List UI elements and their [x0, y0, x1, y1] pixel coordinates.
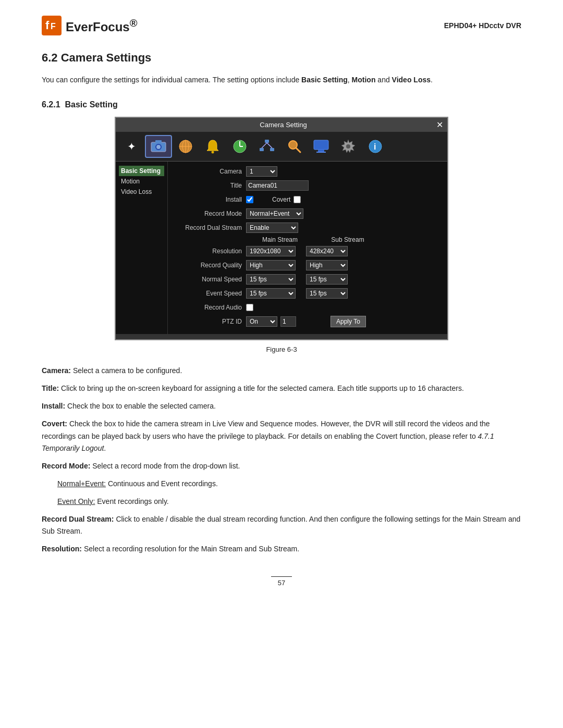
quality-sub-select[interactable]: High: [306, 260, 348, 270]
gear-icon[interactable]: [335, 135, 362, 158]
quality-value: High High: [246, 260, 348, 270]
record-mode-label: Record Mode: [174, 210, 242, 217]
section-number: 6.2: [42, 51, 58, 64]
clock-icon[interactable]: [226, 135, 253, 158]
network-icon[interactable]: [253, 135, 280, 158]
title-value: [246, 180, 309, 191]
magic-wand-icon[interactable]: ✦: [118, 135, 145, 158]
title-row: Title: [174, 180, 441, 191]
event-speed-value: 15 fps 15 fps: [246, 288, 348, 299]
desc-dual-stream-bold: Record Dual Stream:: [42, 515, 114, 523]
desc-covert-end: .: [104, 444, 106, 452]
resolution-row: Resolution 1920x1080 428x240: [174, 245, 441, 257]
ptz-on-select[interactable]: On: [246, 316, 277, 327]
camera-label: Camera: [174, 168, 242, 175]
record-audio-row: Record Audio: [174, 302, 441, 313]
desc-resolution-text: Select a recording resolution for the Ma…: [84, 545, 299, 553]
event-speed-sub-select[interactable]: 15 fps: [306, 288, 348, 299]
desc-install-bold: Install:: [42, 402, 65, 410]
resolution-main-select[interactable]: 1920x1080: [246, 246, 296, 256]
desc-covert: Covert: Check the box to hide the camera…: [42, 418, 521, 455]
record-dual-select[interactable]: Enable: [246, 223, 298, 233]
dialog-sidebar: Basic Setting Motion Video Loss: [116, 162, 168, 334]
record-mode-select[interactable]: Normal+Event: [246, 208, 303, 219]
resolution-value: 1920x1080 428x240: [246, 246, 348, 256]
ptz-row: PTZ ID On Apply To: [174, 316, 441, 327]
desc-title-text: Click to bring up the on-screen keyboard…: [61, 384, 464, 392]
dialog-title-text: Camera Setting: [130, 121, 436, 129]
svg-line-21: [296, 148, 300, 152]
logo-text: EverFocus®: [66, 17, 137, 34]
desc-record-mode: Record Mode: Select a record mode from t…: [42, 460, 521, 473]
intro-paragraph: You can configure the settings for indiv…: [42, 74, 521, 85]
resolution-sub-select[interactable]: 428x240: [306, 246, 348, 256]
apply-to-button[interactable]: Apply To: [331, 316, 366, 327]
event-speed-main-select[interactable]: 15 fps: [246, 288, 296, 299]
record-dual-value: Enable: [246, 223, 298, 233]
section-heading: Camera Settings: [61, 51, 152, 64]
search-icon[interactable]: [280, 135, 308, 158]
ptz-id-label: PTZ ID: [174, 318, 242, 325]
info-icon[interactable]: i: [362, 135, 389, 158]
dialog-toolbar: ✦: [116, 132, 447, 162]
sidebar-item-motion[interactable]: Motion: [119, 176, 164, 187]
desc-event-only-text: Event recordings only.: [97, 497, 168, 505]
normal-speed-value: 15 fps 15 fps: [246, 274, 348, 285]
svg-rect-22: [314, 140, 328, 150]
covert-label: Covert: [272, 196, 290, 203]
sub-stream-label: Sub Stream: [314, 236, 382, 243]
record-dual-label: Record Dual Stream: [174, 224, 242, 231]
dialog-close-button[interactable]: ✕: [436, 120, 443, 130]
camera-icon[interactable]: [145, 135, 172, 158]
svg-text:i: i: [374, 142, 376, 151]
covert-checkbox[interactable]: [293, 196, 301, 203]
desc-resolution: Resolution: Select a recording resolutio…: [42, 543, 521, 556]
desc-resolution-bold: Resolution:: [42, 545, 82, 553]
normal-speed-label: Normal Speed: [174, 276, 242, 283]
camera-select[interactable]: 1: [246, 166, 277, 177]
display-icon[interactable]: [308, 135, 335, 158]
dialog-titlebar: Camera Setting ✕: [116, 118, 447, 132]
dialog-form: Camera 1 Title Install: [168, 162, 447, 334]
main-stream-label: Main Stream: [246, 236, 314, 243]
svg-rect-24: [316, 152, 326, 153]
sidebar-item-basic-setting[interactable]: Basic Setting: [119, 166, 164, 176]
figure-caption: Figure 6-3: [42, 346, 521, 353]
title-label: Title: [174, 182, 242, 189]
install-checkbox[interactable]: [246, 196, 253, 203]
desc-event-only: Event Only: Event recordings only.: [57, 496, 521, 508]
desc-record-mode-text: Select a record mode from the drop-down …: [92, 462, 240, 470]
desc-normal-event-label: Normal+Event:: [57, 479, 106, 488]
page-number: 57: [278, 579, 285, 587]
svg-rect-17: [270, 148, 274, 151]
install-value: Covert: [246, 196, 301, 203]
svg-point-26: [346, 144, 350, 149]
ptz-value: On Apply To: [246, 316, 366, 327]
ptz-num-input[interactable]: [280, 316, 296, 327]
subsection-title: 6.2.1 Basic Setting: [42, 100, 521, 109]
title-input[interactable]: [246, 180, 309, 191]
camera-row: Camera 1: [174, 166, 441, 177]
quality-main-select[interactable]: High: [246, 260, 296, 270]
everfocus-logo-icon: f F: [42, 16, 62, 35]
svg-rect-15: [265, 140, 269, 143]
logo: f F EverFocus®: [42, 16, 137, 35]
record-mode-value: Normal+Event: [246, 208, 303, 219]
desc-event-only-label: Event Only:: [57, 497, 95, 505]
svg-point-11: [212, 151, 214, 154]
bell-icon[interactable]: [199, 135, 226, 158]
desc-covert-text: Check the box to hide the camera stream …: [42, 419, 490, 440]
normal-speed-sub-select[interactable]: 15 fps: [306, 274, 348, 285]
sidebar-item-video-loss[interactable]: Video Loss: [119, 187, 164, 197]
record-dual-row: Record Dual Stream Enable: [174, 222, 441, 233]
desc-covert-bold: Covert:: [42, 419, 67, 428]
globe-icon[interactable]: [172, 135, 199, 158]
desc-dual-stream: Record Dual Stream: Click to enable / di…: [42, 513, 521, 538]
resolution-label: Resolution: [174, 248, 242, 255]
record-audio-checkbox[interactable]: [246, 304, 253, 311]
normal-speed-main-select[interactable]: 15 fps: [246, 274, 296, 285]
desc-record-mode-bold: Record Mode:: [42, 462, 90, 470]
dialog-wrapper: Camera Setting ✕ ✦: [42, 117, 521, 340]
svg-text:F: F: [51, 22, 56, 31]
desc-camera-text: Select a camera to be configured.: [73, 366, 182, 375]
